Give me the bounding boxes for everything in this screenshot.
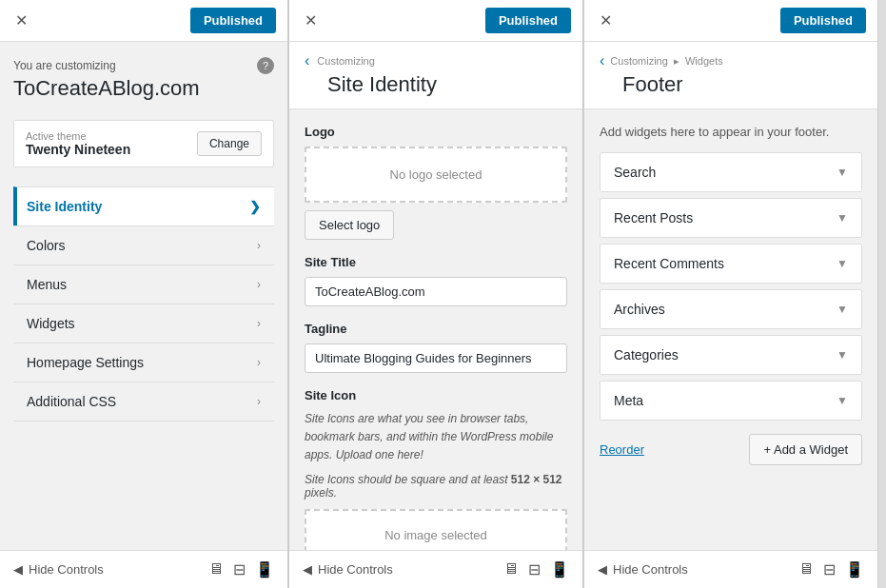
site-title-section: Site Title [305,255,567,306]
change-theme-button[interactable]: Change [197,131,262,156]
site-name: ToCreateABlog.com [13,76,274,101]
panel2-published-button[interactable]: Published [485,8,571,33]
panel2-section-title: Site Identity [305,72,567,97]
widget-item-meta[interactable]: Meta ▼ [600,381,862,421]
site-icon-section: Site Icon Site Icons are what you see in… [305,388,567,550]
widget-label: Categories [614,347,679,363]
panel1-header: ✕ Published [0,0,287,42]
add-widget-button[interactable]: + Add a Widget [749,434,862,465]
widget-label: Meta [614,393,643,408]
site-icon-size-end: pixels. [305,486,337,500]
panel2-subheader: ‹ Customizing Site Identity [289,42,582,109]
reorder-button[interactable]: Reorder [600,442,644,457]
panel3-tablet-icon[interactable]: ⊟ [823,560,836,578]
widget-label: Recent Comments [614,256,724,271]
panel3-desktop-icon[interactable]: 🖥 [798,560,814,578]
active-theme-name: Twenty Nineteen [26,142,130,157]
hide-controls-arrow-icon: ◀ [13,562,23,577]
widget-label: Search [614,165,656,180]
sidebar-item-label: Site Identity [27,199,102,214]
panel2-device-icons-group: 🖥 ⊟ 📱 [503,560,569,578]
panel2-mobile-icon[interactable]: 📱 [550,560,569,578]
panel3-hide-controls-label: Hide Controls [613,562,688,577]
widget-item-search[interactable]: Search ▼ [600,152,862,192]
chevron-right-icon: › [257,317,261,330]
panel3-published-button[interactable]: Published [780,8,866,33]
panel-main-customizer: ✕ Published You are customizing ? ToCrea… [0,0,288,588]
sidebar-item-colors[interactable]: Colors › [13,225,274,265]
desktop-icon[interactable]: 🖥 [208,560,224,578]
sidebar-item-label: Menus [27,277,67,292]
active-theme-label: Active theme [26,130,130,142]
chevron-right-icon: › [257,395,261,408]
panel3-back-button[interactable]: ‹ [600,53,604,69]
site-icon-size-value: 512 × 512 [511,473,562,486]
sidebar-item-additional-css[interactable]: Additional CSS › [13,382,274,421]
site-title-input[interactable] [305,277,567,306]
site-icon-label: Site Icon [305,388,567,402]
widget-item-recent-comments[interactable]: Recent Comments ▼ [600,244,862,284]
widget-actions: Reorder + Add a Widget [600,434,862,465]
sidebar-item-homepage-settings[interactable]: Homepage Settings › [13,343,274,382]
sidebar-item-label: Homepage Settings [27,355,144,370]
panel3-device-icons-group: 🖥 ⊟ 📱 [798,560,864,578]
widget-item-categories[interactable]: Categories ▼ [600,335,862,375]
panel3-mobile-icon[interactable]: 📱 [845,560,864,578]
site-icon-description: Site Icons are what you see in browser t… [305,410,567,465]
widget-chevron-icon: ▼ [837,394,848,407]
widget-chevron-icon: ▼ [837,166,848,179]
sidebar-item-label: Additional CSS [27,394,116,409]
panel3-body: Add widgets here to appear in your foote… [584,109,877,550]
logo-section: Logo No logo selected Select logo [305,125,567,240]
help-icon[interactable]: ? [257,57,274,74]
site-icon-size-note: Site Icons should be square and at least… [305,473,567,500]
panel3-header: ✕ Published [584,0,877,42]
panel2-hide-controls-button[interactable]: ◀ Hide Controls [303,562,393,577]
panel2-hide-controls-label: Hide Controls [318,562,393,577]
panel2-breadcrumb: Customizing [317,55,375,67]
tagline-input[interactable] [305,343,567,373]
sidebar-item-site-identity[interactable]: Site Identity ❯ [13,186,274,225]
panel3-back-row: ‹ Customizing ▸ Widgets [600,53,862,69]
widget-chevron-icon: ▼ [837,211,848,225]
customizing-label: You are customizing ? [13,57,274,74]
hide-controls-button[interactable]: ◀ Hide Controls [13,562,104,577]
widget-label: Archives [614,302,665,317]
panel2-tablet-icon[interactable]: ⊟ [528,560,541,578]
chevron-right-icon: ❯ [249,199,261,214]
widget-item-recent-posts[interactable]: Recent Posts ▼ [600,198,862,238]
panel2-body: Logo No logo selected Select logo Site T… [289,109,582,550]
select-logo-button[interactable]: Select logo [305,210,394,240]
site-icon-placeholder: No image selected [305,509,567,550]
logo-label: Logo [305,125,567,139]
panel3-hide-controls-arrow-icon: ◀ [598,562,607,577]
panel3-hide-controls-button[interactable]: ◀ Hide Controls [598,562,688,577]
panel2-back-button[interactable]: ‹ [305,53,309,69]
widget-item-archives[interactable]: Archives ▼ [600,289,862,329]
chevron-right-icon: › [257,356,261,369]
panel1-body: You are customizing ? ToCreateABlog.com … [0,42,287,550]
panel3-footer: ◀ Hide Controls 🖥 ⊟ 📱 [584,550,877,588]
device-icons-group: 🖥 ⊟ 📱 [208,560,274,578]
panel2-footer: ◀ Hide Controls 🖥 ⊟ 📱 [289,550,582,588]
sidebar-item-label: Colors [27,238,65,253]
site-title-label: Site Title [305,255,567,269]
panel2-close-button[interactable]: ✕ [301,13,321,29]
panel1-footer: ◀ Hide Controls 🖥 ⊟ 📱 [0,550,287,588]
tagline-label: Tagline [305,322,567,336]
tagline-section: Tagline [305,322,567,373]
panel3-section-title: Footer [600,72,862,97]
panel1-close-button[interactable]: ✕ [11,13,31,29]
panel2-desktop-icon[interactable]: 🖥 [503,560,519,578]
sidebar-item-widgets[interactable]: Widgets › [13,304,274,343]
panel1-published-button[interactable]: Published [190,8,276,33]
sidebar-item-label: Widgets [27,316,75,331]
tablet-icon[interactable]: ⊟ [233,560,246,578]
panel2-hide-controls-arrow-icon: ◀ [303,562,312,577]
panel3-breadcrumb-1: Customizing [610,55,668,67]
mobile-icon[interactable]: 📱 [255,560,274,578]
panel3-close-button[interactable]: ✕ [596,13,616,29]
widgets-description: Add widgets here to appear in your foote… [600,125,862,139]
sidebar-item-menus[interactable]: Menus › [13,265,274,304]
hide-controls-label: Hide Controls [29,562,104,577]
